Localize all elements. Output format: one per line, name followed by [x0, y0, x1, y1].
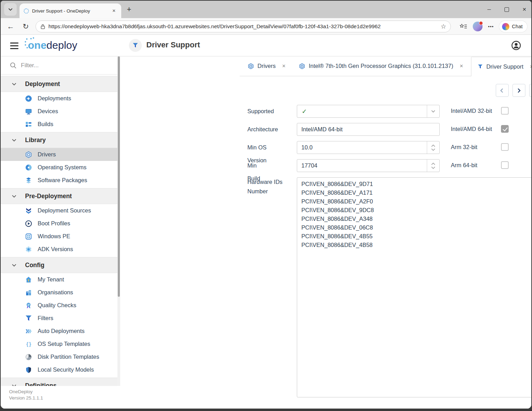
- sidebar-item-operating-systems[interactable]: Operating Systems: [1, 161, 117, 174]
- medal-icon: [25, 302, 32, 309]
- page-title: Driver Support: [146, 40, 200, 49]
- hamburger-menu-icon[interactable]: [10, 42, 18, 51]
- user-profile-button[interactable]: [511, 41, 521, 52]
- sidebar-filter-row: [1, 56, 117, 75]
- doc-tab-driver-support[interactable]: Driver Support ✕: [471, 57, 531, 76]
- tab-close-icon[interactable]: ✕: [111, 8, 117, 14]
- hardware-ids-textarea[interactable]: PCI\VEN_8086&DEV_9D71 PCI\VEN_8086&DEV_A…: [297, 177, 531, 397]
- close-tab-icon[interactable]: ✕: [460, 63, 463, 69]
- sidebar-item-organisations[interactable]: Organisations: [1, 286, 117, 299]
- detail-panel: Save and Close Save Supported ✓: [240, 76, 531, 409]
- dropdown-open-zone[interactable]: [427, 105, 439, 117]
- min-build-number-spinner[interactable]: [427, 160, 439, 172]
- sidebar-item-drivers[interactable]: Drivers: [1, 148, 117, 161]
- chevron-down-icon: [11, 81, 17, 87]
- sidebar-item-devices[interactable]: Devices: [1, 105, 117, 118]
- sidebar-item-local-security-models[interactable]: Local Security Models: [1, 363, 117, 376]
- bookmark-star-icon[interactable]: ☆: [441, 23, 446, 30]
- back-button[interactable]: ←: [7, 22, 14, 31]
- supported-dropdown[interactable]: ✓: [297, 105, 440, 118]
- url-input[interactable]: [48, 23, 438, 30]
- copilot-chat-button[interactable]: Chat: [499, 21, 527, 32]
- architecture-field-wrap: [297, 123, 440, 136]
- sidebar-item-deployments[interactable]: Deployments: [1, 92, 117, 105]
- architecture-label: Architecture: [247, 123, 278, 136]
- sidebar-item-filters[interactable]: Filters: [1, 312, 117, 325]
- hardware-ids-label: Hardware IDs: [247, 178, 283, 186]
- architecture-input[interactable]: [297, 123, 439, 135]
- browser-menu-icon[interactable]: •••: [488, 24, 494, 29]
- sidebar-item-windows-pe[interactable]: Windows PE: [1, 230, 117, 243]
- drivers-hexnut-icon: [299, 63, 305, 69]
- page-title-icon-circle: [129, 39, 142, 52]
- chevron-down-icon: [11, 262, 17, 268]
- arm-32bit-checkbox[interactable]: [501, 143, 509, 151]
- house-key-icon: [25, 276, 32, 283]
- sidebar-scrollbar-thumb[interactable]: [118, 56, 120, 297]
- person-icon: [511, 41, 521, 50]
- min-os-version-spinner[interactable]: [427, 141, 439, 154]
- sidebar-filter-input[interactable]: [21, 62, 111, 69]
- refresh-button[interactable]: [529, 84, 531, 97]
- gear-flower-icon: [25, 246, 32, 253]
- logo-dots: [30, 38, 32, 39]
- address-bar[interactable]: ☆: [36, 21, 451, 32]
- sidebar-scrollbar[interactable]: [117, 56, 120, 409]
- spinner-down-icon[interactable]: [431, 166, 435, 169]
- onedeploy-logo: onedeploy: [28, 39, 77, 51]
- browser-right-controls: ••• Chat: [460, 18, 527, 35]
- app-version: Version 25.1.1.1: [9, 395, 120, 401]
- next-record-button[interactable]: [512, 84, 525, 97]
- chevron-right-icon: [516, 88, 522, 93]
- sidebar-item-os-setup-templates[interactable]: { } OS Setup Templates: [1, 338, 117, 350]
- filter-funnel-icon: [478, 64, 483, 69]
- arm-64bit-checkbox[interactable]: [501, 161, 509, 169]
- doc-tab-drivers[interactable]: Drivers ✕: [246, 56, 288, 76]
- reload-button[interactable]: ↻: [23, 22, 29, 31]
- doc-tab-intel-driver[interactable]: Intel® 7th-10th Gen Processor Graphics (…: [297, 56, 465, 76]
- builds-icon: [25, 121, 32, 128]
- sidebar-section-library[interactable]: Library: [1, 132, 117, 148]
- sidebar-section-config[interactable]: Config: [1, 257, 117, 273]
- min-build-number-input[interactable]: [297, 160, 427, 172]
- sidebar-section-deployment[interactable]: Deployment: [1, 76, 117, 92]
- browser-profile-avatar[interactable]: [473, 22, 483, 31]
- sidebar-item-adk-versions[interactable]: ADK Versions: [1, 243, 117, 256]
- min-os-version-input[interactable]: [297, 141, 427, 154]
- pie-chart-icon: [25, 354, 32, 360]
- sidebar-item-disk-partition-templates[interactable]: Disk Partition Templates: [1, 350, 117, 363]
- sidebar-section-pre-deployment[interactable]: Pre-Deployment: [1, 188, 117, 204]
- action-bar: Save and Close Save: [496, 84, 531, 97]
- favorites-bar-icon[interactable]: [460, 24, 467, 29]
- window-controls: ─ ✕: [486, 1, 528, 18]
- sidebar-item-quality-checks[interactable]: Quality Checks: [1, 299, 117, 312]
- browser-toolbar: ← ↻ ☆ ••• Chat: [1, 18, 531, 35]
- drivers-hexnut-icon: [25, 151, 32, 158]
- maximize-button[interactable]: [504, 7, 509, 12]
- sidebar-item-auto-deployments[interactable]: Auto Deployments: [1, 325, 117, 338]
- browser-tab-title: Driver Support - OneDeploy: [32, 8, 108, 14]
- sidebar-item-my-tenant[interactable]: My Tenant: [1, 273, 117, 286]
- window-close-button[interactable]: ✕: [521, 7, 528, 12]
- close-tab-icon[interactable]: ✕: [282, 63, 286, 69]
- sidebar-item-boot-profiles[interactable]: Boot Profiles: [1, 217, 117, 230]
- browser-tab[interactable]: Driver Support - OneDeploy ✕: [20, 3, 121, 18]
- sidebar-item-builds[interactable]: Builds: [1, 118, 117, 131]
- chevron-down-icon: [431, 109, 436, 114]
- supported-label: Supported: [247, 105, 274, 118]
- sidebar-item-software-packages[interactable]: Software Packages: [1, 174, 117, 187]
- close-tab-icon[interactable]: ✕: [530, 64, 531, 69]
- spinner-down-icon[interactable]: [431, 148, 435, 151]
- spinner-up-icon[interactable]: [431, 162, 435, 165]
- previous-record-button[interactable]: [496, 84, 509, 97]
- sidebar-item-deployment-sources[interactable]: Deployment Sources: [1, 204, 117, 217]
- minimize-button[interactable]: ─: [486, 7, 493, 12]
- tab-search-dropdown-button[interactable]: [4, 3, 17, 16]
- supported-check-icon: ✓: [297, 108, 427, 115]
- new-tab-button[interactable]: +: [127, 5, 131, 14]
- layers-icon: [25, 177, 32, 184]
- intel-amd-64bit-checkbox[interactable]: [501, 125, 509, 133]
- checkbox-row-intel-amd-32: Intel/AMD 32-bit: [451, 107, 509, 115]
- intel-amd-32bit-checkbox[interactable]: [501, 107, 509, 115]
- spinner-up-icon[interactable]: [431, 144, 435, 147]
